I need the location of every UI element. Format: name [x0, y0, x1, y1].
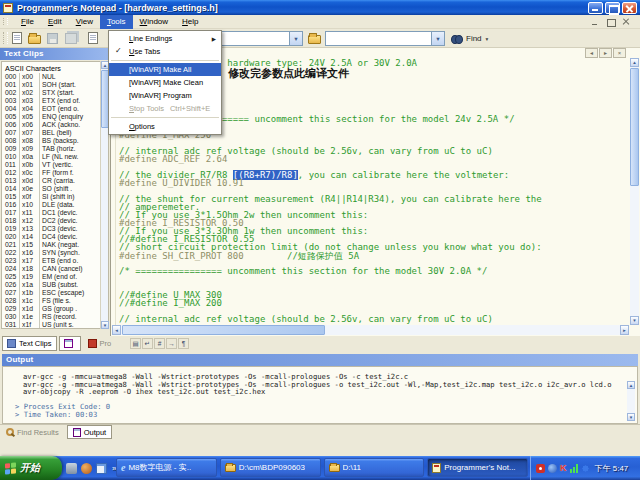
clip-row[interactable]: 015x0fSI (shift in): [2, 193, 108, 201]
tools-menu-item-winavr-make-clean[interactable]: [WinAVR] Make Clean: [109, 76, 221, 89]
close-button[interactable]: [622, 2, 637, 14]
tools-menu-item-winavr-program[interactable]: [WinAVR] Program: [109, 89, 221, 102]
tray-emule-icon[interactable]: [548, 464, 557, 473]
save-all-button[interactable]: [62, 30, 79, 46]
menubar-item-tools[interactable]: Tools: [100, 15, 133, 29]
close-file-button[interactable]: [84, 30, 101, 46]
scroll-down-icon[interactable]: ▼: [627, 413, 635, 421]
clip-row[interactable]: 014x0eSO (shift .: [2, 185, 108, 193]
mdi-restore-button[interactable]: [605, 17, 617, 27]
browse-folder-button[interactable]: [306, 30, 323, 46]
clip-row[interactable]: 012x0cFF (form f.: [2, 169, 108, 177]
editor-vertical-scrollbar[interactable]: ▲ ▼: [630, 58, 639, 325]
clip-row[interactable]: 007x07BEL (bell): [2, 129, 108, 137]
clip-row[interactable]: 020x14DC4 (devic.: [2, 233, 108, 241]
internet-explorer-icon[interactable]: [81, 463, 92, 474]
line-numbers-icon[interactable]: #: [154, 338, 165, 349]
clip-row[interactable]: 023x17ETB (end o.: [2, 257, 108, 265]
scroll-down-icon[interactable]: ▼: [630, 316, 639, 325]
media-player-icon[interactable]: [66, 463, 77, 474]
clip-row[interactable]: 028x1cFS (file s.: [2, 297, 108, 305]
tab-projects[interactable]: Pro: [83, 336, 117, 351]
taskbar-task-m8[interactable]: eM8数字电源 - 实..: [116, 458, 217, 477]
tray-network-signal-icon[interactable]: [570, 464, 578, 473]
scrollbar-thumb[interactable]: [630, 68, 639, 186]
view-whitespace-icon[interactable]: ▤: [130, 338, 141, 349]
mdi-minimize-button[interactable]: [590, 17, 602, 27]
scroll-left-icon[interactable]: ◄: [112, 325, 121, 335]
tools-menu-item-stop-tools[interactable]: Stop ToolsCtrl+Shift+E: [109, 102, 221, 115]
scroll-up-icon[interactable]: ▲: [627, 381, 635, 389]
toolbar-combobox-2[interactable]: ▼: [325, 31, 445, 46]
tray-star-icon[interactable]: [581, 464, 590, 473]
tab-text-clips[interactable]: Text Clips: [2, 336, 57, 351]
clip-row[interactable]: 004x04EOT (end o.: [2, 105, 108, 113]
taskbar-task-d-cm-bdp090603[interactable]: D:\cm\BDP090603: [220, 458, 321, 477]
menubar-item-edit[interactable]: Edit: [41, 15, 69, 29]
tab-document[interactable]: [59, 336, 81, 351]
tray-kaspersky-icon[interactable]: K: [560, 464, 567, 473]
line-endings-icon[interactable]: ↵: [142, 338, 153, 349]
clips-scrollbar[interactable]: ▲ ▼: [100, 61, 108, 329]
clip-row[interactable]: 025x19EM (end of.: [2, 273, 108, 281]
clip-row[interactable]: 017x11DC1 (devic.: [2, 209, 108, 217]
find-button[interactable]: Find ▾: [451, 31, 488, 46]
clip-row[interactable]: 000x00NUL: [2, 73, 108, 81]
tab-prev-icon[interactable]: ◂: [585, 48, 598, 58]
paragraph-marks-icon[interactable]: ¶: [178, 338, 189, 349]
clips-list[interactable]: 000x00NUL001x01SOH (start.002x02STX (sta…: [2, 73, 108, 329]
clip-row[interactable]: 008x08BS (backsp.: [2, 137, 108, 145]
start-button[interactable]: 开始: [0, 456, 62, 480]
new-file-button[interactable]: [8, 30, 25, 46]
clip-row[interactable]: 022x16SYN (synch.: [2, 249, 108, 257]
menubar-item-view[interactable]: View: [69, 15, 100, 29]
mdi-close-button[interactable]: [620, 17, 632, 27]
tab-marks-icon[interactable]: →: [166, 338, 177, 349]
clip-row[interactable]: 016x10DLE (data.: [2, 201, 108, 209]
show-desktop-icon[interactable]: [96, 463, 107, 474]
clip-row[interactable]: 029x1dGS (group .: [2, 305, 108, 313]
clip-row[interactable]: 021x15NAK (negat.: [2, 241, 108, 249]
scroll-right-icon[interactable]: ►: [620, 325, 629, 335]
maximize-button[interactable]: [605, 2, 620, 14]
tools-menu-item-winavr-make-all[interactable]: [WinAVR] Make All: [109, 63, 221, 76]
tab-output[interactable]: Output: [67, 425, 113, 439]
scrollbar-thumb[interactable]: [122, 325, 325, 335]
open-file-button[interactable]: [26, 30, 43, 46]
clip-row[interactable]: 002x02STX (start.: [2, 89, 108, 97]
output-body[interactable]: avr-gcc -g -mmcu=atmega8 -Wall -Wstrict-…: [2, 366, 638, 424]
taskbar-task-programmer-s-not[interactable]: Programmer's Not...: [427, 458, 528, 477]
clip-row[interactable]: 001x01SOH (start.: [2, 81, 108, 89]
tools-menu-item-line-endings[interactable]: Line Endings▶: [109, 32, 221, 45]
tools-menu-item-use-tabs[interactable]: ✓Use Tabs: [109, 45, 221, 58]
clip-row[interactable]: 013x0dCR (carria.: [2, 177, 108, 185]
clip-row[interactable]: 019x13DC3 (devic.: [2, 225, 108, 233]
tab-close-icon[interactable]: ×: [613, 48, 626, 58]
output-caption[interactable]: Output: [2, 354, 638, 366]
editor-horizontal-scrollbar[interactable]: ◄ ►: [112, 325, 629, 335]
clip-row[interactable]: 018x12DC2 (devic.: [2, 217, 108, 225]
text-clips-caption[interactable]: Text Clips: [0, 48, 110, 60]
clip-row[interactable]: 006x06ACK (ackno.: [2, 121, 108, 129]
scroll-up-icon[interactable]: ▲: [630, 58, 639, 67]
clip-row[interactable]: 009x09TAB (horiz.: [2, 145, 108, 153]
clips-category-header[interactable]: ASCII Characters: [2, 62, 108, 73]
minimize-button[interactable]: [588, 2, 603, 14]
menubar-item-window[interactable]: Window: [133, 15, 175, 29]
tab-next-icon[interactable]: ▸: [599, 48, 612, 58]
clip-row[interactable]: 024x18CAN (cancel): [2, 265, 108, 273]
clip-row[interactable]: 005x05ENQ (enquiry: [2, 113, 108, 121]
combobox-1-dropdown-button[interactable]: ▼: [289, 32, 302, 45]
taskbar-clock[interactable]: 下午 5:47: [595, 463, 629, 474]
taskbar-task-d-11[interactable]: D:\11: [324, 458, 425, 477]
clip-row[interactable]: 026x1aSUB (subst.: [2, 281, 108, 289]
output-scrollbar[interactable]: ▲ ▼: [627, 381, 635, 421]
clip-row[interactable]: 003x03ETX (end of.: [2, 97, 108, 105]
clip-row[interactable]: 027x1bESC (escape): [2, 289, 108, 297]
scroll-down-icon[interactable]: ▼: [101, 321, 109, 329]
combobox-2-dropdown-button[interactable]: ▼: [431, 32, 444, 45]
menubar-item-file[interactable]: File: [14, 15, 41, 29]
save-button[interactable]: [44, 30, 61, 46]
menubar-item-help[interactable]: Help: [175, 15, 205, 29]
tools-menu-item-options[interactable]: Options: [109, 120, 221, 133]
